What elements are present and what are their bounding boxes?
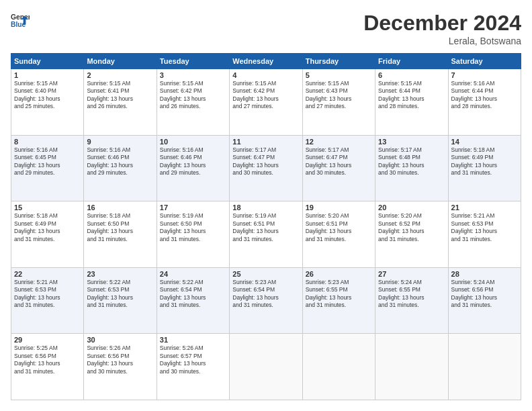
day-info: Sunrise: 5:17 AM Sunset: 6:48 PM Dayligh… [378, 146, 445, 177]
day-info: Sunrise: 5:21 AM Sunset: 6:53 PM Dayligh… [451, 212, 518, 243]
calendar-cell: 18Sunrise: 5:19 AM Sunset: 6:51 PM Dayli… [230, 201, 302, 268]
day-number: 27 [378, 270, 445, 278]
day-number: 12 [306, 138, 372, 146]
calendar-cell [375, 334, 448, 400]
col-sunday: Sunday [11, 54, 84, 69]
day-info: Sunrise: 5:24 AM Sunset: 6:55 PM Dayligh… [378, 279, 445, 310]
calendar-cell: 26Sunrise: 5:23 AM Sunset: 6:55 PM Dayli… [302, 267, 375, 334]
day-number: 20 [378, 203, 445, 212]
day-info: Sunrise: 5:23 AM Sunset: 6:55 PM Dayligh… [306, 279, 372, 310]
day-number: 5 [306, 71, 372, 79]
col-friday: Friday [375, 54, 448, 69]
calendar-cell [302, 334, 375, 400]
calendar-cell: 13Sunrise: 5:17 AM Sunset: 6:48 PM Dayli… [375, 135, 448, 201]
day-info: Sunrise: 5:15 AM Sunset: 6:40 PM Dayligh… [14, 80, 81, 111]
calendar-cell: 1Sunrise: 5:15 AM Sunset: 6:40 PM Daylig… [11, 69, 84, 136]
calendar-cell: 9Sunrise: 5:16 AM Sunset: 6:46 PM Daylig… [84, 135, 157, 201]
calendar-cell: 22Sunrise: 5:21 AM Sunset: 6:53 PM Dayli… [11, 267, 84, 334]
day-number: 30 [87, 336, 153, 344]
col-wednesday: Wednesday [230, 54, 302, 69]
col-tuesday: Tuesday [157, 54, 229, 69]
day-info: Sunrise: 5:18 AM Sunset: 6:49 PM Dayligh… [451, 146, 518, 177]
calendar-cell: 8Sunrise: 5:16 AM Sunset: 6:45 PM Daylig… [11, 135, 84, 201]
day-number: 28 [451, 270, 518, 278]
calendar-header-row: Sunday Monday Tuesday Wednesday Thursday… [11, 54, 521, 69]
calendar-cell: 27Sunrise: 5:24 AM Sunset: 6:55 PM Dayli… [375, 267, 448, 334]
day-info: Sunrise: 5:20 AM Sunset: 6:52 PM Dayligh… [378, 212, 445, 243]
day-number: 29 [14, 336, 81, 344]
calendar-cell [448, 334, 521, 400]
calendar-cell: 6Sunrise: 5:15 AM Sunset: 6:44 PM Daylig… [375, 69, 448, 136]
day-number: 18 [232, 203, 299, 212]
calendar-cell: 23Sunrise: 5:22 AM Sunset: 6:53 PM Dayli… [84, 267, 157, 334]
day-info: Sunrise: 5:19 AM Sunset: 6:50 PM Dayligh… [160, 212, 226, 243]
calendar-cell: 4Sunrise: 5:15 AM Sunset: 6:42 PM Daylig… [230, 69, 302, 136]
day-info: Sunrise: 5:17 AM Sunset: 6:47 PM Dayligh… [232, 146, 299, 177]
day-info: Sunrise: 5:15 AM Sunset: 6:44 PM Dayligh… [378, 80, 445, 111]
day-number: 10 [160, 138, 226, 146]
day-number: 26 [306, 270, 372, 278]
day-info: Sunrise: 5:22 AM Sunset: 6:54 PM Dayligh… [160, 279, 226, 310]
day-info: Sunrise: 5:20 AM Sunset: 6:51 PM Dayligh… [306, 212, 372, 243]
month-title: December 2024 [363, 11, 521, 36]
calendar-cell: 25Sunrise: 5:23 AM Sunset: 6:54 PM Dayli… [230, 267, 302, 334]
calendar-cell: 17Sunrise: 5:19 AM Sunset: 6:50 PM Dayli… [157, 201, 229, 268]
col-monday: Monday [84, 54, 157, 69]
day-number: 6 [378, 71, 445, 79]
calendar-cell: 30Sunrise: 5:26 AM Sunset: 6:56 PM Dayli… [84, 334, 157, 400]
day-number: 31 [160, 336, 226, 344]
day-number: 11 [232, 138, 299, 146]
day-number: 2 [87, 71, 153, 79]
calendar-week-row: 15Sunrise: 5:18 AM Sunset: 6:49 PM Dayli… [11, 201, 521, 268]
day-number: 15 [14, 203, 81, 212]
calendar-cell: 16Sunrise: 5:18 AM Sunset: 6:50 PM Dayli… [84, 201, 157, 268]
day-info: Sunrise: 5:26 AM Sunset: 6:56 PM Dayligh… [87, 345, 153, 375]
day-info: Sunrise: 5:16 AM Sunset: 6:45 PM Dayligh… [14, 146, 81, 177]
day-info: Sunrise: 5:15 AM Sunset: 6:41 PM Dayligh… [87, 80, 153, 111]
day-number: 23 [87, 270, 153, 278]
day-info: Sunrise: 5:18 AM Sunset: 6:49 PM Dayligh… [14, 212, 81, 243]
calendar-week-row: 8Sunrise: 5:16 AM Sunset: 6:45 PM Daylig… [11, 135, 521, 201]
day-info: Sunrise: 5:19 AM Sunset: 6:51 PM Dayligh… [232, 212, 299, 243]
day-info: Sunrise: 5:15 AM Sunset: 6:42 PM Dayligh… [160, 80, 226, 111]
logo-icon: General Blue [11, 11, 30, 30]
calendar-cell: 29Sunrise: 5:25 AM Sunset: 6:56 PM Dayli… [11, 334, 84, 400]
day-number: 22 [14, 270, 81, 278]
calendar-cell: 3Sunrise: 5:15 AM Sunset: 6:42 PM Daylig… [157, 69, 229, 136]
day-number: 19 [306, 203, 372, 212]
col-saturday: Saturday [448, 54, 521, 69]
calendar-cell: 15Sunrise: 5:18 AM Sunset: 6:49 PM Dayli… [11, 201, 84, 268]
day-number: 24 [160, 270, 226, 278]
day-info: Sunrise: 5:23 AM Sunset: 6:54 PM Dayligh… [232, 279, 299, 310]
header: General Blue December 2024 Lerala, Botsw… [11, 11, 521, 46]
calendar-cell: 7Sunrise: 5:16 AM Sunset: 6:44 PM Daylig… [448, 69, 521, 136]
location: Lerala, Botswana [363, 36, 521, 46]
day-number: 16 [87, 203, 153, 212]
calendar-cell: 24Sunrise: 5:22 AM Sunset: 6:54 PM Dayli… [157, 267, 229, 334]
day-info: Sunrise: 5:25 AM Sunset: 6:56 PM Dayligh… [14, 345, 81, 375]
title-block: December 2024 Lerala, Botswana [363, 11, 521, 46]
calendar-week-row: 22Sunrise: 5:21 AM Sunset: 6:53 PM Dayli… [11, 267, 521, 334]
day-number: 8 [14, 138, 81, 146]
day-number: 25 [232, 270, 299, 278]
calendar-cell: 10Sunrise: 5:16 AM Sunset: 6:46 PM Dayli… [157, 135, 229, 201]
day-info: Sunrise: 5:21 AM Sunset: 6:53 PM Dayligh… [14, 279, 81, 310]
day-number: 13 [378, 138, 445, 146]
day-info: Sunrise: 5:17 AM Sunset: 6:47 PM Dayligh… [306, 146, 372, 177]
logo: General Blue [11, 11, 31, 30]
calendar-cell: 11Sunrise: 5:17 AM Sunset: 6:47 PM Dayli… [230, 135, 302, 201]
calendar-week-row: 1Sunrise: 5:15 AM Sunset: 6:40 PM Daylig… [11, 69, 521, 136]
day-info: Sunrise: 5:26 AM Sunset: 6:57 PM Dayligh… [160, 345, 226, 375]
calendar-cell [230, 334, 302, 400]
svg-text:General: General [11, 13, 30, 21]
day-number: 9 [87, 138, 153, 146]
day-info: Sunrise: 5:16 AM Sunset: 6:44 PM Dayligh… [451, 80, 518, 111]
day-info: Sunrise: 5:15 AM Sunset: 6:43 PM Dayligh… [306, 80, 372, 111]
calendar-table: Sunday Monday Tuesday Wednesday Thursday… [11, 53, 521, 400]
calendar-cell: 2Sunrise: 5:15 AM Sunset: 6:41 PM Daylig… [84, 69, 157, 136]
day-info: Sunrise: 5:22 AM Sunset: 6:53 PM Dayligh… [87, 279, 153, 310]
calendar-cell: 19Sunrise: 5:20 AM Sunset: 6:51 PM Dayli… [302, 201, 375, 268]
col-thursday: Thursday [302, 54, 375, 69]
day-number: 14 [451, 138, 518, 146]
calendar-cell: 5Sunrise: 5:15 AM Sunset: 6:43 PM Daylig… [302, 69, 375, 136]
